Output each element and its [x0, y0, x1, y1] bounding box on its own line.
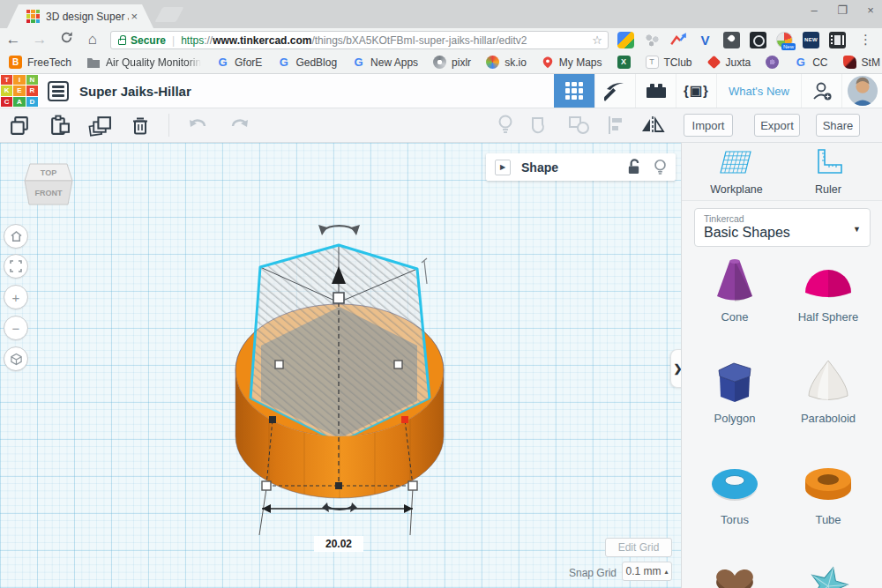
tinkercad-logo[interactable]: T I N K E R C A D	[0, 74, 39, 108]
invite-button[interactable]	[801, 74, 841, 108]
snap-grid-select[interactable]: 0.1 mm ▴	[622, 562, 672, 581]
fit-view-button[interactable]	[4, 254, 28, 279]
duplicate-button[interactable]	[88, 115, 112, 137]
person-plus-icon	[811, 80, 833, 101]
tab-brick[interactable]	[635, 74, 676, 108]
paste-button[interactable]	[49, 115, 71, 137]
back-button[interactable]: ←	[0, 31, 26, 48]
bookmark-gfore[interactable]: GGforE	[216, 56, 262, 69]
bookmark-label: CC	[812, 56, 827, 69]
scale-handle-right[interactable]	[394, 361, 402, 368]
bookmark-new-apps[interactable]: GNew Apps	[352, 56, 418, 69]
shape-item-polygon[interactable]: Polygon	[692, 357, 777, 425]
bookmark-label: New Apps	[370, 56, 418, 69]
scale-handle-top[interactable]	[333, 293, 344, 303]
tab-strip: 3D design Super Jaiks-H × – ❐ ×	[0, 0, 882, 28]
v-extension-icon[interactable]: V	[697, 32, 714, 48]
shape-item-half-sphere[interactable]: Half Sphere	[786, 256, 871, 324]
bookmark-pixlr[interactable]: pixlr	[433, 56, 471, 69]
tab-minecraft[interactable]	[594, 74, 635, 108]
bookmark-excel[interactable]: X	[617, 56, 631, 69]
hide-bulb-icon[interactable]	[654, 159, 667, 175]
bookmark-cc[interactable]: GCC	[794, 56, 827, 69]
dimension-value[interactable]: 20.02	[314, 536, 363, 552]
shape-item-torus[interactable]: Torus	[692, 458, 777, 526]
rotate-handle-bottom[interactable]	[322, 502, 357, 512]
browser-tab[interactable]: 3D design Super Jaiks-H ×	[7, 4, 153, 28]
corner-handle-right[interactable]	[408, 481, 417, 490]
shape-item-star[interactable]	[786, 560, 871, 588]
window-restore-button[interactable]: ❐	[836, 4, 848, 17]
tab-close-icon[interactable]: ×	[131, 11, 138, 22]
mirror-button[interactable]	[640, 115, 665, 136]
perspective-toggle-button[interactable]	[4, 346, 28, 371]
new-extension-icon[interactable]: NEW	[803, 32, 819, 48]
film-extension-icon[interactable]	[829, 32, 846, 48]
shape-collection-select[interactable]: Tinkercad Basic Shapes ▼	[694, 208, 871, 247]
shape-item-cone[interactable]: Cone	[692, 256, 777, 324]
shape-item-heart[interactable]	[692, 560, 777, 588]
new-tab-button[interactable]	[154, 7, 183, 22]
bookmark-gedblog[interactable]: GGedBlog	[277, 56, 337, 69]
home-button[interactable]: ⌂	[79, 31, 106, 48]
ruler-tool[interactable]: Ruler	[786, 148, 871, 196]
zoom-in-button[interactable]: +	[4, 285, 28, 309]
view-cube[interactable]: TOP FRONT	[21, 157, 76, 212]
unlock-icon[interactable]	[626, 159, 641, 175]
edge-handle-side-left[interactable]	[269, 416, 276, 423]
bookmark-star-icon[interactable]: ☆	[592, 33, 602, 47]
bookmark-air-quality[interactable]: Air Quality Monitoring	[86, 56, 201, 69]
shape-inspector-panel[interactable]: ▶ Shape	[486, 153, 676, 181]
workplane-tool[interactable]: Workplane	[694, 148, 779, 196]
design-properties-button[interactable]	[48, 81, 69, 101]
tab-codeblocks[interactable]: {▣}	[676, 74, 716, 108]
bookmark-my-maps[interactable]: My Maps	[542, 56, 602, 70]
shape-item-tube[interactable]: Tube	[786, 458, 871, 526]
bookmark-tclub[interactable]: TTClub	[646, 56, 692, 69]
pin-extension-icon[interactable]	[723, 32, 740, 48]
secure-lock-icon	[118, 39, 126, 45]
tab-3d-designs[interactable]	[554, 74, 594, 108]
selected-model[interactable]	[212, 212, 476, 564]
zoom-out-button[interactable]: −	[4, 316, 28, 340]
zigzag-extension-icon[interactable]	[670, 32, 687, 48]
corner-handle-left[interactable]	[262, 481, 271, 490]
bookmark-freetech[interactable]: BFreeTech	[9, 56, 71, 69]
scale-handle-left[interactable]	[275, 361, 283, 368]
window-minimize-button[interactable]: –	[808, 4, 820, 17]
bookmark-purple[interactable]	[766, 56, 779, 69]
ungroup-button	[568, 115, 591, 136]
half-sphere-icon	[800, 256, 856, 305]
viewport-3d[interactable]: TOP FRONT + − ▶ Shape	[0, 143, 681, 588]
whats-new-link[interactable]: What's New	[716, 74, 801, 108]
circle-extension-icon[interactable]	[750, 32, 766, 48]
gauge-extension-icon[interactable]: New	[776, 32, 793, 48]
import-button[interactable]: Import	[684, 114, 733, 137]
share-button[interactable]: Share	[816, 114, 860, 137]
address-bar[interactable]: Secure | https://www.tinkercad.com/thing…	[110, 31, 609, 49]
bookmark-skio[interactable]: sk.io	[486, 56, 527, 69]
browser-window: 3D design Super Jaiks-H × – ❐ × ← → ⌂ Se…	[0, 0, 882, 588]
dots-extension-icon[interactable]	[644, 32, 661, 48]
edit-grid-button[interactable]: Edit Grid	[605, 538, 672, 557]
reload-button[interactable]	[53, 31, 79, 48]
edge-handle-front[interactable]	[335, 482, 342, 489]
docs-extension-icon[interactable]	[617, 32, 634, 48]
user-avatar[interactable]	[841, 74, 882, 108]
home-view-icon	[10, 230, 23, 242]
rotate-handle-top[interactable]	[318, 225, 360, 235]
bookmark-stm[interactable]: StM	[843, 56, 880, 69]
shape-item-paraboloid[interactable]: Paraboloid	[786, 357, 871, 425]
export-button[interactable]: Export	[754, 114, 800, 137]
bookmark-juxta[interactable]: Juxta	[707, 56, 751, 69]
undo-button[interactable]	[187, 115, 210, 135]
copy-button[interactable]	[9, 115, 31, 137]
edge-handle-side-right-active[interactable]	[401, 416, 408, 423]
home-view-button[interactable]	[4, 224, 28, 249]
browser-toolbar: ← → ⌂ Secure | https://www.tinkercad.com…	[0, 28, 882, 51]
panel-expand-icon[interactable]: ▶	[495, 160, 511, 175]
browser-menu-icon[interactable]: ⋮	[859, 32, 872, 48]
map-pin-icon	[542, 56, 554, 70]
delete-button[interactable]	[130, 115, 151, 137]
window-close-button[interactable]: ×	[864, 4, 877, 17]
